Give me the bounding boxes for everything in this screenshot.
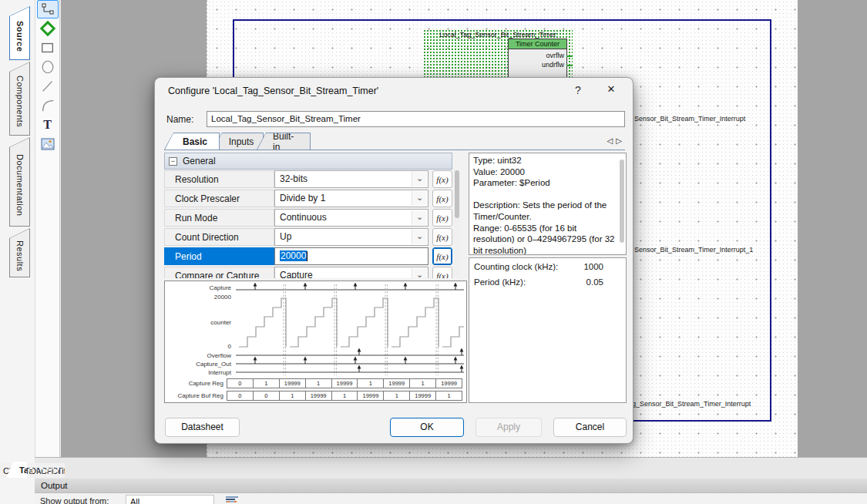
resolution-dropdown[interactable]: 32-bits⌄ [274,170,428,188]
ellipse-tool-button[interactable] [37,58,59,76]
param-value: Continuous [280,212,327,223]
reg-cell: 19999 [410,391,436,400]
param-row-clock-prescaler: Clock Prescaler Divide by 1⌄ f(x) [164,189,452,208]
timing-diagram: Capture 20000 counter 0 Overflow Capture… [164,281,467,403]
param-label: Resolution [164,170,274,188]
chevron-down-icon[interactable]: ⌄ [412,268,427,278]
reg-cell: 19999 [332,379,358,388]
datasheet-button[interactable]: Datasheet [165,418,240,437]
param-label: Count Direction [164,228,274,246]
reg-cell: 1 [254,379,280,388]
diamond-icon [40,21,55,36]
grid-scrollbar[interactable] [454,170,460,277]
document-tab-bar: Title Communications Fire Control CapSen… [35,457,867,479]
rectangle-icon [40,40,55,55]
output-filter-dropdown[interactable]: All [126,495,214,504]
compare-capture-dropdown[interactable]: Capture⌄ [274,267,428,278]
param-row-resolution: Resolution 32-bits⌄ f(x) [164,170,452,189]
param-label: Period [164,247,274,265]
chevron-down-icon[interactable]: ⌄ [412,172,427,186]
line-tool-button[interactable] [37,77,59,96]
text-tool-button[interactable]: T [37,116,59,134]
pin-ovrflw: ovrflw [546,52,564,59]
sidebar-tab-documentation[interactable]: Documentation [9,137,30,227]
pin-undrflw: undrflw [542,61,564,69]
fx-button[interactable]: f(x) [432,170,452,188]
section-header-general[interactable]: − General [164,153,452,170]
image-tool-button[interactable] [37,135,59,153]
clock-prescaler-dropdown[interactable]: Divide by 1⌄ [274,190,428,207]
scrollbar-thumb[interactable] [620,160,624,243]
param-row-run-mode: Run Mode Continuous⌄ f(x) [164,208,452,227]
reg-cell: 1 [410,379,436,388]
show-output-from-label: Show output from: [40,496,109,504]
collapse-icon[interactable]: − [169,157,177,166]
reg-cell: 19999 [358,391,384,400]
sidebar-tab-label: Source [15,15,25,52]
output-lines-icon[interactable] [226,496,240,504]
reg-cell: 19999 [384,379,410,388]
capture-buf-reg-row: 0 0 1 19999 1 19999 1 19999 1 [227,391,462,401]
wave-label-counter: counter [165,319,231,326]
fx-button[interactable]: f(x) [432,267,452,278]
count-direction-dropdown[interactable]: Up⌄ [274,228,428,246]
line-icon [40,79,55,94]
reg-cell: 19999 [280,379,306,388]
arc-tool-button[interactable] [37,96,59,115]
parameter-grid: − General Resolution 32-bits⌄ f(x) Clock… [164,153,461,278]
rectangle-tool-button[interactable] [37,39,59,57]
param-row-period: Period 20000 f(x) [164,247,452,266]
name-input[interactable]: Local_Tag_Sensor_Bit_Stream_Timer [207,111,625,127]
sidebar-tab-results[interactable]: Results [9,228,30,277]
sidebar-tab-components[interactable]: Components [9,62,30,136]
fx-button[interactable]: f(x) [432,247,452,265]
param-row-compare-or-capture: Compare or Capture Capture⌄ f(x) [164,266,452,278]
param-row-count-direction: Count Direction Up⌄ f(x) [164,227,452,247]
tab-scroll-arrows[interactable]: ◁▷ [607,136,625,145]
interrupt-label-2: Sensor_Bit_Stream_Timer_Interrupt_1 [634,246,753,254]
tab-built-in[interactable]: Built-in [257,133,311,150]
tab-prev-icon[interactable]: ◁ [607,136,617,145]
close-icon[interactable]: ✕ [602,83,620,99]
reg-cell: 0 [254,391,280,400]
ellipse-icon [40,59,55,75]
pin-terminal[interactable] [566,55,573,57]
wire-icon [41,2,55,16]
ok-button[interactable]: OK [390,418,464,437]
tab-label: Inputs [213,133,263,150]
fx-button[interactable]: f(x) [432,228,452,246]
tab-next-icon[interactable]: ▷ [616,136,625,145]
reg-cell: 19999 [306,391,332,400]
pin-terminal[interactable] [566,65,573,66]
component-type-header: Timer Counter [509,39,566,49]
cancel-button[interactable]: Cancel [553,418,627,437]
diamond-tool-button[interactable] [37,19,59,38]
chevron-down-icon[interactable]: ⌄ [412,210,427,225]
chevron-down-icon[interactable]: ⌄ [412,191,427,206]
apply-button[interactable]: Apply [476,418,542,437]
sidebar: Source Components Documentation Results [0,0,35,504]
chevron-down-icon[interactable]: ⌄ [412,230,427,244]
wave-label-period-top: 20000 [165,294,231,301]
wire-tool-button[interactable] [37,0,59,18]
wave-label-capture-reg: Capture Reg [165,380,223,387]
period-input[interactable]: 20000 [274,247,428,265]
section-title: General [183,156,216,166]
reg-cell: 0 [227,379,254,388]
sidebar-tab-label: Documentation [15,148,25,217]
interrupt-label-3: g_Sensor_Bit_Stream_Timer_Interrupt [632,400,751,408]
scrollbar-thumb[interactable] [455,170,459,218]
sidebar-tab-source[interactable]: Source [9,6,30,60]
reg-cell: 0 [227,391,254,400]
configure-dialog: Configure 'Local_Tag_Sensor_Bit_Stream_T… [154,77,633,444]
wave-label-capture-buf-reg: Capture Buf Reg [165,392,223,399]
tab-basic[interactable]: Basic [164,133,220,150]
fx-button[interactable]: f(x) [432,190,452,207]
reg-cell: 1 [436,391,462,400]
component-instance-label: Local_Tag_Sensor_Bit_Stream_Timer [423,31,573,39]
fx-button[interactable]: f(x) [432,209,452,227]
help-button[interactable]: ? [570,84,586,99]
param-label: Run Mode [164,209,274,227]
parameter-description: Type: uint32 Value: 20000 Parameter: $Pe… [473,155,617,255]
run-mode-dropdown[interactable]: Continuous⌄ [274,209,428,227]
